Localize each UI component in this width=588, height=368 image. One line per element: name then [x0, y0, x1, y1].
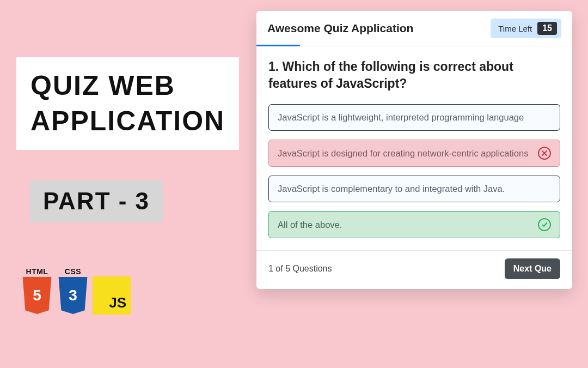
quiz-title: Awesome Quiz Application	[267, 22, 413, 35]
next-question-button[interactable]: Next Que	[505, 258, 560, 279]
css3-shield-icon: 3	[57, 277, 89, 314]
tech-badges: HTML 5 CSS 3 JS	[21, 267, 131, 315]
option-text: JavaScript is a lightweight, interpreted…	[278, 111, 524, 124]
quiz-card: Awesome Quiz Application Time Left 15 1.…	[256, 11, 572, 289]
option-text: JavaScript is designed for creating netw…	[278, 147, 528, 160]
quiz-option[interactable]: JavaScript is designed for creating netw…	[268, 140, 560, 167]
html5-badge: HTML 5	[21, 267, 53, 314]
quiz-option[interactable]: All of the above.	[268, 211, 560, 238]
js-label: JS	[109, 294, 126, 311]
option-text: JavaScript is complementary to and integ…	[278, 183, 505, 195]
quiz-footer: 1 of 5 Questions Next Que	[256, 250, 572, 289]
css3-badge: CSS 3	[57, 267, 89, 314]
timer-value: 15	[537, 22, 557, 35]
timer-label: Time Left	[498, 24, 532, 33]
option-text: All of the above.	[278, 219, 342, 231]
promo-title-line-2: APPLICATION	[30, 104, 225, 139]
quiz-option[interactable]: JavaScript is complementary to and integ…	[268, 176, 560, 202]
html5-shield-icon: 5	[21, 277, 53, 314]
promo-title-card: QUIZ WEB APPLICATION	[16, 57, 239, 150]
quiz-header: Awesome Quiz Application Time Left 15	[256, 11, 572, 46]
js-badge-icon: JS	[93, 276, 131, 315]
progress-indicator	[256, 45, 300, 46]
html-label: HTML	[26, 267, 48, 276]
quiz-option[interactable]: JavaScript is a lightweight, interpreted…	[268, 104, 560, 131]
correct-icon	[538, 218, 551, 231]
wrong-icon	[538, 147, 551, 160]
timer: Time Left 15	[491, 19, 561, 38]
question-text: 1. Which of the following is correct abo…	[268, 58, 560, 92]
question-counter: 1 of 5 Questions	[268, 264, 332, 274]
quiz-body: 1. Which of the following is correct abo…	[256, 46, 572, 250]
css-label: CSS	[65, 267, 81, 276]
promo-title-line-1: QUIZ WEB	[30, 68, 225, 104]
promo-part-badge: PART - 3	[30, 180, 163, 222]
